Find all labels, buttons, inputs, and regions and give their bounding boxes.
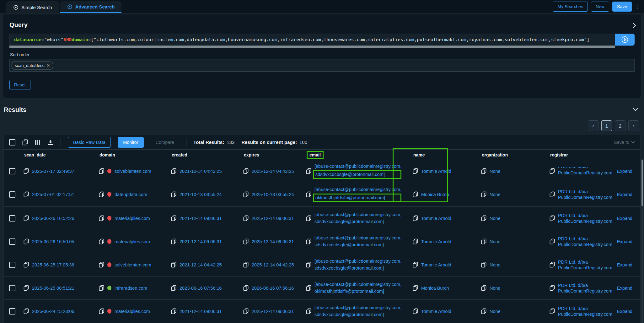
row-checkbox[interactable] <box>9 238 15 245</box>
row-checkbox[interactable] <box>9 191 15 198</box>
copy-icon[interactable] <box>243 238 249 244</box>
save-button[interactable]: Save <box>612 2 632 12</box>
columns-icon[interactable] <box>35 139 40 145</box>
expires-link[interactable]: 2025-12-14 09:06:31 <box>252 309 294 314</box>
registrar-name-text[interactable]: PublicDomainRegistry.com <box>558 265 612 270</box>
save-to-control[interactable]: Save to <box>614 140 635 145</box>
sort-order-input[interactable]: scan_date/desc ✕ <box>9 59 635 72</box>
created-link[interactable]: 2021-12-14 04:42:25 <box>180 262 222 267</box>
download-icon[interactable] <box>47 139 54 145</box>
domain-link[interactable]: dateupdata.com <box>115 192 147 197</box>
registrar-prefix-text[interactable]: PDR Ltd. d/b/a <box>558 213 588 218</box>
copy-icon[interactable] <box>550 191 555 197</box>
copy-icon[interactable] <box>99 262 104 268</box>
registrar-name-text[interactable]: PublicDomainRegistry.com <box>558 219 612 224</box>
email-line-1[interactable]: [abuse-contact@publicdomainregistry.com, <box>314 282 401 287</box>
copy-icon[interactable] <box>306 238 311 244</box>
registrar-prefix-text[interactable]: PDR Ltd. d/b/a <box>558 236 588 241</box>
tab-simple-search[interactable]: Simple Search <box>6 1 59 13</box>
copy-icon[interactable] <box>550 285 555 291</box>
email-line-1[interactable]: [abuse-contact@publicdomainregistry.com, <box>314 187 401 193</box>
copy-icon[interactable] <box>243 308 249 314</box>
email-line-1[interactable]: [abuse-contact@publicdomainregistry.com, <box>314 305 401 311</box>
copy-icon[interactable] <box>481 262 486 268</box>
registrar-prefix-text[interactable]: PDR Ltd. d/b/a <box>558 189 588 194</box>
copy-icon[interactable] <box>413 168 418 174</box>
column-header-expires[interactable]: expires <box>241 152 303 157</box>
copy-icon[interactable] <box>413 262 418 268</box>
copy-icon[interactable] <box>24 238 29 244</box>
scan-date-link[interactable]: 2025-06-25 17:05:38 <box>32 262 74 267</box>
email-line-2[interactable]: sdsdvxcdcbsgfe@protonmail.com] <box>314 265 401 271</box>
email-line-1[interactable]: [abuse-contact@publicdomainregistry.com, <box>314 163 401 169</box>
domain-link[interactable]: materialplies.com <box>115 216 150 221</box>
column-header-organization[interactable]: organization <box>479 152 547 157</box>
expand-link[interactable]: Expand <box>617 286 632 291</box>
copy-icon[interactable] <box>22 139 28 145</box>
copy-icon[interactable] <box>306 285 311 291</box>
copy-icon[interactable] <box>306 168 311 174</box>
copy-icon[interactable] <box>24 168 29 174</box>
pagination-prev-button[interactable]: ‹ <box>588 120 598 131</box>
expand-link[interactable]: Expand <box>617 309 632 314</box>
copy-icon[interactable] <box>171 262 176 268</box>
copy-icon[interactable] <box>24 308 29 314</box>
created-link[interactable]: 2021-12-14 09:06:31 <box>180 309 222 314</box>
row-checkbox[interactable] <box>9 168 15 174</box>
copy-icon[interactable] <box>171 215 176 221</box>
email-line-2[interactable]: sdsdvxcdcbsgfe@protonmail.com] <box>314 219 401 225</box>
registrar-name-text[interactable]: PublicDomainRegistry.com <box>558 195 612 200</box>
copy-icon[interactable] <box>481 215 486 221</box>
organization-link[interactable]: None <box>490 169 501 174</box>
scan-date-link[interactable]: 2025-06-24 15:23:06 <box>32 309 74 314</box>
monitor-button[interactable]: Monitor <box>118 137 143 148</box>
created-link[interactable]: 2021-12-14 09:06:31 <box>180 239 222 244</box>
email-line-2[interactable]: oklmdsfhjnfdsifh@protonmail.com] <box>314 288 401 294</box>
organization-link[interactable]: None <box>490 309 501 314</box>
registrar-name-text[interactable]: PublicDomainRegistry.com <box>558 312 612 317</box>
registrant-name-link[interactable]: Tommie Arnold <box>421 262 451 267</box>
query-input[interactable]: datasource = "whois" AND domain = ["clot… <box>9 34 615 46</box>
email-line-1[interactable]: [abuse-contact@publicdomainregistry.com, <box>314 235 401 241</box>
expires-link[interactable]: 2025-12-14 09:06:31 <box>252 239 294 244</box>
domain-link[interactable]: infraredsen.com <box>115 286 147 291</box>
organization-link[interactable]: None <box>490 192 501 197</box>
registrant-name-link[interactable]: Tommie Arnold <box>421 239 451 244</box>
copy-icon[interactable] <box>171 238 176 244</box>
expires-link[interactable]: 2026-06-16 07:56:16 <box>252 286 294 291</box>
scan-date-link[interactable]: 2025-07-01 02:17:51 <box>32 192 74 197</box>
expires-link[interactable]: 2025-12-14 04:42:25 <box>252 169 294 174</box>
created-link[interactable]: 2021-12-14 09:06:31 <box>180 216 222 221</box>
tab-advanced-search[interactable]: Advanced Search <box>60 1 122 13</box>
registrant-name-link[interactable]: Monica Burch <box>421 286 449 291</box>
copy-icon[interactable] <box>171 308 176 314</box>
column-header-email[interactable]: email <box>303 151 410 159</box>
email-line-2[interactable]: oklmdsfhjnfdsifh@protonmail.com] <box>313 194 401 202</box>
copy-icon[interactable] <box>243 168 249 174</box>
copy-icon[interactable] <box>413 238 418 244</box>
registrar-prefix-text[interactable]: PDR Ltd. d/b/a <box>558 260 588 265</box>
copy-icon[interactable] <box>413 191 418 197</box>
copy-icon[interactable] <box>99 308 104 314</box>
copy-icon[interactable] <box>306 308 311 314</box>
expand-link[interactable]: Expand <box>617 262 632 267</box>
domain-link[interactable]: materialplies.com <box>115 239 150 244</box>
expand-link[interactable]: Expand <box>617 169 632 174</box>
organization-link[interactable]: None <box>490 216 501 221</box>
organization-link[interactable]: None <box>490 239 501 244</box>
chip-remove-icon[interactable]: ✕ <box>47 63 50 68</box>
registrant-name-link[interactable]: Tommie Arnold <box>421 169 451 174</box>
column-header-domain[interactable]: domain <box>96 152 169 157</box>
copy-icon[interactable] <box>481 308 486 314</box>
registrar-prefix-text[interactable]: PDR Ltd. d/b/a <box>558 283 588 288</box>
email-line-1[interactable]: [abuse-contact@publicdomainregistry.com, <box>314 258 401 264</box>
copy-icon[interactable] <box>413 215 418 221</box>
expires-link[interactable]: 2025-12-14 09:06:31 <box>252 216 294 221</box>
copy-icon[interactable] <box>550 168 555 174</box>
copy-icon[interactable] <box>171 285 176 291</box>
copy-icon[interactable] <box>413 285 418 291</box>
registrar-name-text[interactable]: PublicDomainRegistry.com <box>558 170 612 175</box>
row-checkbox[interactable] <box>9 285 15 291</box>
expires-link[interactable]: 2025-12-14 04:42:25 <box>252 262 294 267</box>
copy-icon[interactable] <box>99 191 104 197</box>
